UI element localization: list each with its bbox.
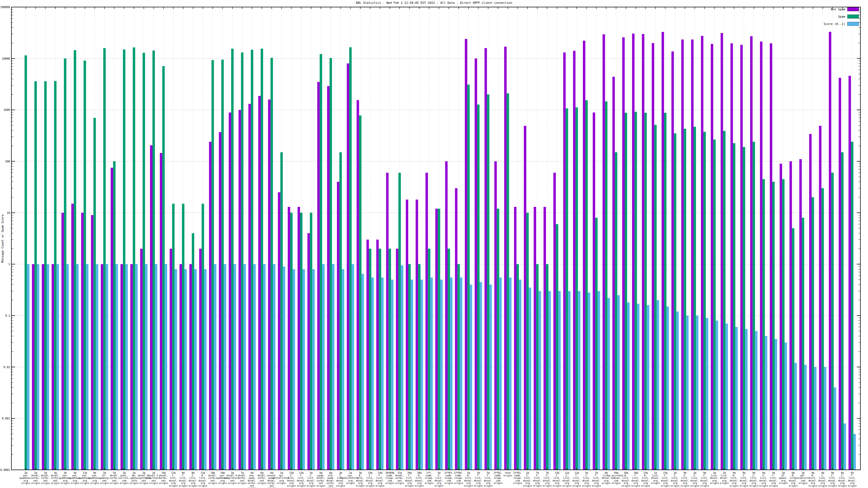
x-axis-label-line: list. [485, 477, 492, 479]
x-axis-label-line: net [53, 479, 58, 482]
x-axis-label-line: 1. [742, 474, 745, 477]
x-axis-label-line: org [663, 482, 667, 485]
legend-label-spam: Spam [838, 15, 845, 19]
bar-spam [25, 55, 27, 470]
x-axis-label-line: origin [818, 485, 827, 487]
x-axis-label-line: list. [750, 477, 757, 479]
x-axis-label-line: dnswl. [543, 479, 552, 482]
bar-not-spam [396, 249, 399, 470]
x-axis-label-line: none [505, 471, 511, 474]
bar-spam [536, 264, 539, 470]
x-axis-label-line: net [270, 485, 274, 487]
bar-not-spam [248, 104, 251, 470]
bar-spam [152, 51, 155, 470]
bar-spam [428, 249, 431, 470]
x-axis-label-line: 6@ [850, 471, 854, 474]
x-axis-label: 5@0.list.dnswl.orgorigin [464, 471, 473, 487]
x-axis-label-line: 2@ [802, 471, 805, 474]
x-axis-label-line: origin [661, 485, 670, 487]
x-axis-label: 2@Y.list.dnswl.orgorigin [592, 471, 601, 487]
x-axis-label-line: origin [100, 482, 109, 485]
x-axis-label: 15@0.list.dnswl.orgorigin [641, 471, 650, 487]
x-axis-label-line: sorbs. [326, 482, 335, 485]
x-axis-label-line: 8@ [191, 471, 194, 474]
x-axis-label-line: com [801, 479, 805, 482]
x-axis-label-line: list. [475, 477, 482, 479]
bar-spam [674, 133, 676, 470]
x-axis-label-line: dnswl. [818, 479, 827, 482]
bar-not-spam [209, 142, 212, 470]
x-axis-label-line: 3. [762, 474, 765, 477]
x-axis-label-line: dnsbl. [248, 479, 257, 482]
x-axis-label-line: origin [346, 482, 355, 485]
x-axis-label-line: recent. [267, 474, 277, 477]
bar-not-spam [120, 264, 123, 470]
x-axis-label-line: net [43, 479, 48, 482]
x-axis-label: 9@0.list.dnswl.orgorigin [730, 471, 739, 487]
bar-not-spam [357, 100, 359, 470]
x-axis-label-line: list. [298, 477, 305, 479]
x-axis-label-line: 9@ [93, 471, 96, 474]
bar-score [745, 329, 748, 470]
bar-score [391, 280, 393, 470]
x-axis-label-line: org [466, 482, 471, 485]
x-axis-label-line: list. [435, 477, 443, 479]
x-axis-label-line: org [437, 482, 441, 485]
x-axis-label-line: Y. [300, 474, 303, 477]
bar-spam [64, 59, 66, 470]
x-axis-label-line: 7@ [546, 471, 549, 474]
x-axis-label-line: 3@ [477, 471, 480, 474]
bar-not-spam [307, 233, 310, 470]
x-axis-label-line: origin [503, 474, 513, 477]
x-axis-label-line: 20@ [417, 471, 422, 474]
bar-not-spam [602, 34, 605, 470]
x-axis-label-line: list. [544, 477, 551, 479]
x-axis-label-line: 14@ [161, 471, 166, 474]
chart-title: RBL Statistics - Wed Feb 2 12:58:05 EST … [356, 1, 512, 5]
bar-not-spam [701, 36, 703, 470]
x-axis-label: 36409@iadb.isipp.comorigin [385, 471, 394, 485]
x-axis-label-line: com [388, 479, 392, 482]
bar-not-spam [278, 192, 280, 470]
x-axis-label-line: Y. [634, 474, 637, 477]
bar-score [647, 305, 649, 470]
x-axis-label: 2@dnsbl.sorbs.netorigin [31, 471, 40, 485]
x-axis-label: 10@Y.list.dnswl.orgorigin [631, 471, 640, 487]
x-axis-label-line: list. [524, 477, 531, 479]
x-axis-label-line: 2. [831, 474, 834, 477]
bar-not-spam [504, 46, 507, 470]
x-axis-label-line: dnswl. [749, 479, 758, 482]
bar-not-spam [632, 34, 634, 470]
bar-spam [290, 213, 293, 470]
x-axis-label-line: list. [711, 474, 718, 477]
x-axis-label-line: dnswl. [631, 479, 640, 482]
x-axis-label-line: dnswl. [769, 479, 778, 482]
x-axis-label: 0@list.dnswl.orgorigin [602, 471, 611, 485]
bar-not-spam [81, 213, 84, 470]
x-axis-label-line: list. [632, 477, 639, 479]
y-axis-tick-label: 0.0001 [0, 468, 10, 471]
legend-label-not-spam: Not Spam [831, 8, 845, 11]
x-axis-label-line: origin [779, 482, 788, 485]
x-axis-label-line: list. [819, 477, 826, 479]
x-axis-label-line: dnswl. [375, 479, 384, 482]
bar-score [421, 280, 423, 470]
x-axis-label-line: org [624, 482, 628, 485]
x-axis-label: 14@dnsbl.sorbs.netorigin [159, 471, 168, 485]
bar-score [509, 278, 512, 470]
bar-not-spam [573, 51, 576, 470]
x-axis-label-line: 1ff. [426, 471, 432, 474]
x-axis-label-line: list. [848, 477, 856, 479]
x-axis-label-line: sa-accredit. [607, 474, 625, 477]
x-axis-label-line: dnswl. [336, 479, 345, 482]
x-axis-label-line: dnswl. [681, 479, 689, 482]
x-axis-label-line: 2@ [231, 471, 234, 474]
x-axis-label: 5@Y.list.dnswl.orgorigin [484, 471, 493, 487]
x-axis-label-line: dnsbl. [31, 474, 40, 477]
x-axis-label-line: spam. [317, 474, 325, 477]
x-axis-label: 11@2.list.dnswl.orgorigin [563, 471, 571, 487]
bar-score [263, 264, 266, 470]
x-axis-label-line: origin [828, 485, 837, 487]
x-axis-label-line: 2. [526, 474, 529, 477]
bar-spam [192, 233, 194, 470]
